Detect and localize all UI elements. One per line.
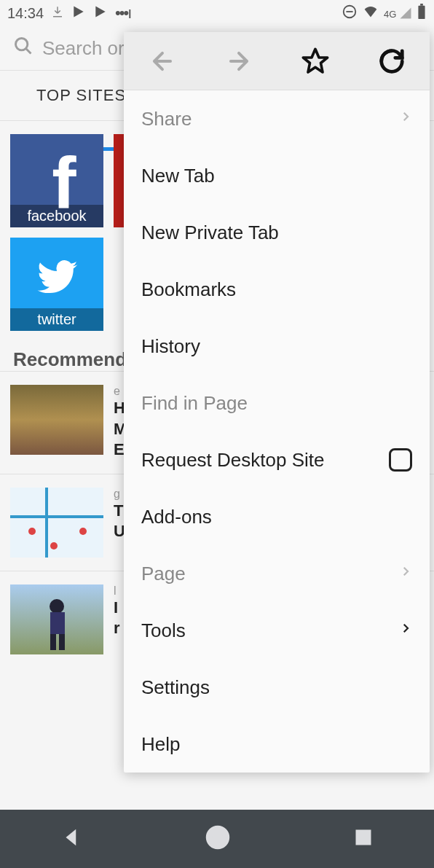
download-icon xyxy=(51,5,64,22)
svg-rect-12 xyxy=(59,634,65,650)
cell-signal: 4G xyxy=(384,7,412,20)
svg-point-14 xyxy=(210,831,224,845)
overflow-menu: Share New Tab New Private Tab Bookmarks … xyxy=(124,32,430,773)
article-thumbnail xyxy=(10,488,103,558)
status-time: 14:34 xyxy=(7,5,44,22)
dnd-icon xyxy=(342,4,358,23)
chevron-right-icon xyxy=(399,562,412,586)
menu-history[interactable]: History xyxy=(124,318,430,375)
article-thumbnail xyxy=(10,385,103,455)
play-icon xyxy=(93,4,108,23)
svg-point-6 xyxy=(28,528,36,535)
svg-point-9 xyxy=(50,599,64,614)
menu-tools[interactable]: Tools xyxy=(124,602,430,659)
star-icon[interactable] xyxy=(300,46,331,77)
chevron-right-icon xyxy=(399,107,412,131)
checkbox-icon[interactable] xyxy=(389,448,412,472)
search-icon xyxy=(13,36,33,61)
article-title: I r xyxy=(114,598,120,639)
nav-recent-icon[interactable] xyxy=(353,827,374,851)
menu-find-in-page[interactable]: Find in Page xyxy=(124,375,430,431)
svg-rect-11 xyxy=(50,634,56,650)
menu-new-tab[interactable]: New Tab xyxy=(124,147,430,204)
svg-rect-10 xyxy=(50,612,65,634)
tab-top-sites[interactable]: TOP SITES xyxy=(36,86,126,105)
menu-page[interactable]: Page xyxy=(124,545,430,602)
menu-bookmarks[interactable]: Bookmarks xyxy=(124,261,430,318)
menu-nav-row xyxy=(124,32,430,90)
site-tile-twitter[interactable]: twitter xyxy=(10,238,103,331)
forward-icon[interactable] xyxy=(224,46,254,77)
wifi-icon xyxy=(362,4,379,23)
menu-share[interactable]: Share xyxy=(124,90,430,147)
svg-point-3 xyxy=(16,38,28,50)
menu-new-private-tab[interactable]: New Private Tab xyxy=(124,204,430,261)
play-icon xyxy=(71,4,86,23)
nav-back-icon[interactable] xyxy=(60,826,82,851)
article-source: l xyxy=(114,584,120,598)
reload-icon[interactable] xyxy=(376,46,407,77)
svg-point-7 xyxy=(79,528,87,535)
chevron-right-icon xyxy=(399,619,412,643)
back-icon[interactable] xyxy=(147,46,178,77)
svg-rect-15 xyxy=(355,830,371,845)
status-bar: 14:34 •••ı 4G xyxy=(0,0,434,26)
menu-help[interactable]: Help xyxy=(124,716,430,773)
more-icon: •••ı xyxy=(115,4,130,23)
svg-point-8 xyxy=(50,542,58,550)
menu-request-desktop[interactable]: Request Desktop Site xyxy=(124,431,430,488)
menu-addons[interactable]: Add-ons xyxy=(124,488,430,545)
battery-icon xyxy=(417,4,427,23)
menu-settings[interactable]: Settings xyxy=(124,659,430,716)
svg-rect-1 xyxy=(418,5,425,18)
nav-home-icon[interactable] xyxy=(204,824,232,854)
site-tile-facebook[interactable]: facebook xyxy=(10,134,103,227)
svg-rect-2 xyxy=(420,4,423,6)
article-thumbnail xyxy=(10,584,103,654)
android-navbar xyxy=(0,810,434,868)
